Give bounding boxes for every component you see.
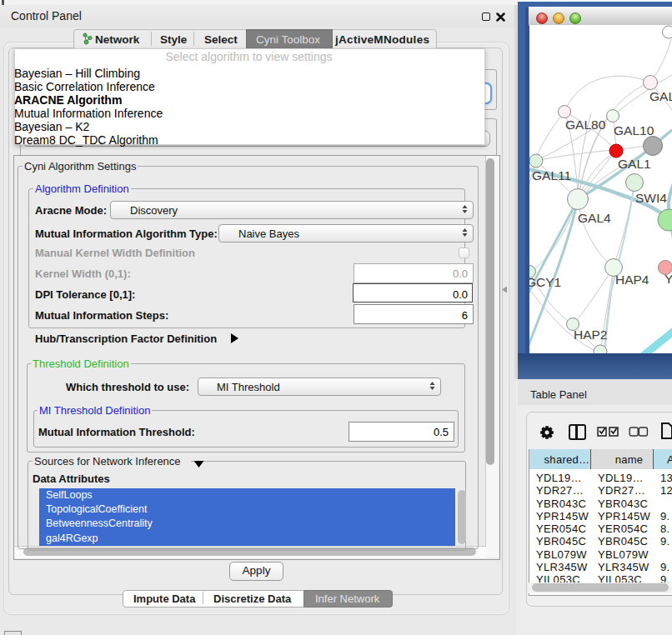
svg-text:HAP4: HAP4 <box>615 272 649 287</box>
svg-text:HAP2: HAP2 <box>574 328 608 342</box>
svg-text:GAL11: GAL11 <box>532 168 571 182</box>
svg-text:SWI4: SWI4 <box>635 191 667 205</box>
svg-text:GAL80: GAL80 <box>565 118 606 132</box>
svg-text:GAL4: GAL4 <box>578 211 611 225</box>
svg-text:GAL10: GAL10 <box>614 123 654 138</box>
svg-text:GCY1: GCY1 <box>529 275 561 289</box>
svg-text:GAL: GAL <box>649 89 672 103</box>
svg-text:GAL1: GAL1 <box>618 157 651 171</box>
svg-text:Y: Y <box>664 272 672 286</box>
